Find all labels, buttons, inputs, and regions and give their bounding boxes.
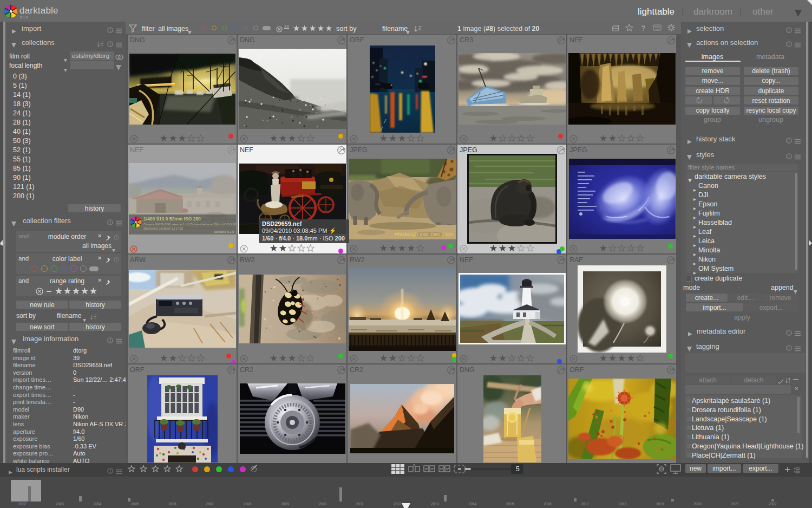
svg-text:Pittsburgh Zoo, Dec 2002: Pittsburgh Zoo, Dec 2002 [395,231,453,237]
